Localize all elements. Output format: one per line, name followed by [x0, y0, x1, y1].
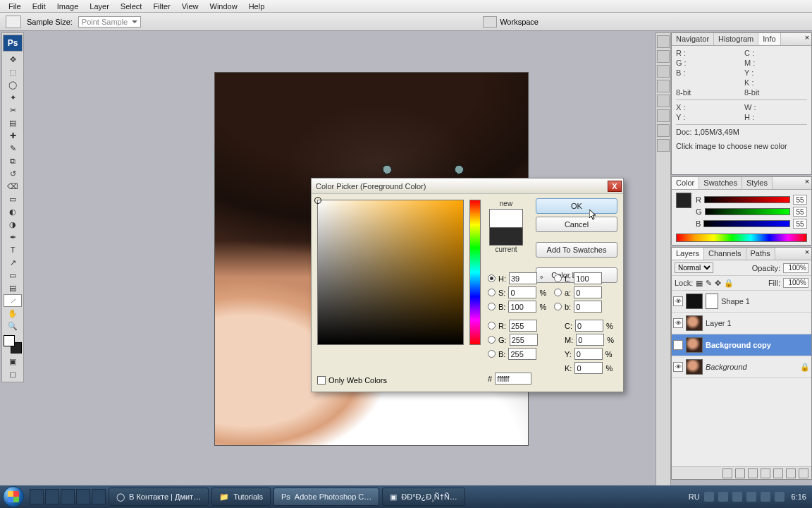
tray-icon[interactable] — [718, 492, 728, 502]
close-button[interactable]: X — [608, 181, 622, 192]
eraser-tool[interactable]: ⌫ — [4, 180, 22, 193]
menu-edit[interactable]: Edit — [27, 1, 51, 12]
color-ramp[interactable] — [676, 234, 807, 242]
path-tool[interactable]: ↗ — [4, 256, 22, 269]
tab-navigator[interactable]: Navigator — [672, 33, 714, 45]
visibility-icon[interactable]: 👁 — [673, 296, 683, 306]
y-input[interactable] — [574, 348, 603, 360]
lab-b-radio[interactable] — [554, 303, 562, 310]
hand-tool[interactable]: ✋ — [4, 307, 22, 320]
hex-input[interactable] — [495, 373, 531, 385]
stamp-tool[interactable]: ⧉ — [4, 155, 22, 167]
taskbar-item[interactable]: ▣ĐĐ°Đ¿Đ¸Ñ†Ñ… — [382, 488, 465, 506]
workspace-icon[interactable] — [483, 16, 497, 28]
layer-name[interactable]: Background — [706, 363, 747, 371]
visibility-icon[interactable]: 👁 — [673, 362, 683, 372]
menu-select[interactable]: Select — [115, 1, 148, 12]
g-radio[interactable] — [488, 336, 496, 344]
marquee-tool[interactable]: ⬚ — [4, 66, 22, 78]
bc-input[interactable] — [508, 348, 536, 360]
blur-tool[interactable]: ◐ — [4, 205, 22, 218]
bv-radio[interactable] — [488, 303, 496, 310]
tab-layers[interactable]: Layers — [672, 248, 704, 260]
clock[interactable]: 6:16 — [789, 492, 809, 501]
fx-icon[interactable] — [735, 468, 745, 478]
s-input[interactable] — [508, 286, 536, 298]
r-input[interactable] — [509, 320, 537, 332]
well-button[interactable] — [657, 80, 670, 92]
tray-icon[interactable] — [761, 492, 770, 502]
well-button[interactable] — [657, 95, 670, 107]
screenmode-toggle[interactable]: ▢ — [4, 368, 22, 380]
ok-button[interactable]: OK — [536, 198, 617, 214]
r-value[interactable]: 55 — [793, 195, 807, 205]
type-tool[interactable]: T — [4, 243, 22, 256]
brush-tool[interactable]: ✎ — [4, 142, 22, 155]
g-input[interactable] — [510, 334, 538, 346]
taskbar-item[interactable]: PsAdobe Photoshop C… — [273, 488, 379, 506]
color-marker[interactable] — [314, 197, 321, 204]
c-input[interactable] — [575, 320, 603, 332]
opacity-field[interactable]: 100% — [783, 263, 808, 273]
b-slider[interactable] — [703, 220, 790, 227]
tab-color[interactable]: Color — [672, 177, 699, 189]
tray-icon[interactable] — [704, 492, 714, 502]
well-button[interactable] — [657, 109, 670, 122]
menu-help[interactable]: Help — [243, 1, 271, 12]
k-input[interactable] — [574, 362, 603, 374]
mask-icon[interactable] — [748, 468, 758, 478]
move-tool[interactable]: ✥ — [4, 53, 22, 66]
panel-close-icon[interactable]: × — [803, 33, 811, 45]
layer-name[interactable]: Background copy — [706, 341, 771, 349]
bv-input[interactable] — [508, 301, 536, 313]
group-icon[interactable] — [773, 468, 783, 478]
adjustment-icon[interactable] — [761, 468, 770, 478]
eyedropper-tool[interactable]: ⟋ — [4, 294, 22, 307]
pen-tool[interactable]: ✒ — [4, 231, 22, 243]
s-radio[interactable] — [488, 289, 496, 296]
heal-tool[interactable]: ✚ — [4, 129, 22, 142]
shape-tool[interactable]: ▭ — [4, 269, 22, 282]
menu-window[interactable]: Window — [204, 1, 243, 12]
lock-brush-icon[interactable]: ✎ — [706, 279, 712, 288]
layer-name[interactable]: Shape 1 — [721, 297, 750, 306]
g-value[interactable]: 55 — [793, 207, 807, 217]
fill-field[interactable]: 100% — [783, 278, 808, 288]
gradient-tool[interactable]: ▭ — [4, 193, 22, 205]
crop-tool[interactable]: ✂ — [4, 104, 22, 116]
web-colors-checkbox[interactable] — [317, 376, 326, 385]
visibility-icon[interactable]: 👁 — [673, 318, 683, 328]
quickmask-toggle[interactable]: ▣ — [4, 355, 22, 368]
b-value[interactable]: 55 — [793, 219, 807, 229]
r-radio[interactable] — [488, 322, 496, 329]
lasso-tool[interactable]: ◯ — [4, 78, 22, 91]
h-radio[interactable] — [488, 274, 496, 282]
pinned-app[interactable] — [30, 489, 44, 504]
wand-tool[interactable]: ✦ — [4, 91, 22, 104]
slice-tool[interactable]: ▤ — [4, 116, 22, 129]
l-input[interactable] — [574, 272, 602, 284]
h-input[interactable] — [509, 272, 537, 284]
well-button[interactable] — [657, 124, 670, 137]
pinned-app[interactable] — [76, 489, 90, 504]
sample-size-dropdown[interactable]: Point Sample — [78, 16, 141, 28]
dodge-tool[interactable]: ◑ — [4, 218, 22, 231]
lang-indicator[interactable]: RU — [689, 492, 700, 501]
layer-name[interactable]: Layer 1 — [706, 319, 732, 327]
panel-close-icon[interactable]: × — [803, 248, 811, 260]
tray-icon[interactable] — [775, 492, 785, 502]
taskbar-item[interactable]: ◯В Контакте | Дмит… — [109, 488, 209, 506]
hue-slider[interactable] — [469, 200, 481, 345]
tab-info[interactable]: Info — [758, 33, 780, 45]
tab-paths[interactable]: Paths — [746, 248, 775, 260]
well-button[interactable] — [657, 65, 670, 78]
lab-b-input[interactable] — [574, 301, 602, 313]
cancel-button[interactable]: Cancel — [536, 217, 617, 232]
tool-preset-icon[interactable] — [6, 16, 21, 28]
menu-filter[interactable]: Filter — [147, 1, 176, 12]
foreground-swatch[interactable] — [4, 335, 15, 346]
well-button[interactable] — [657, 35, 670, 48]
layer-row[interactable]: 👁 Background copy — [672, 334, 811, 356]
menu-layer[interactable]: Layer — [84, 1, 115, 12]
well-button[interactable] — [657, 139, 670, 152]
